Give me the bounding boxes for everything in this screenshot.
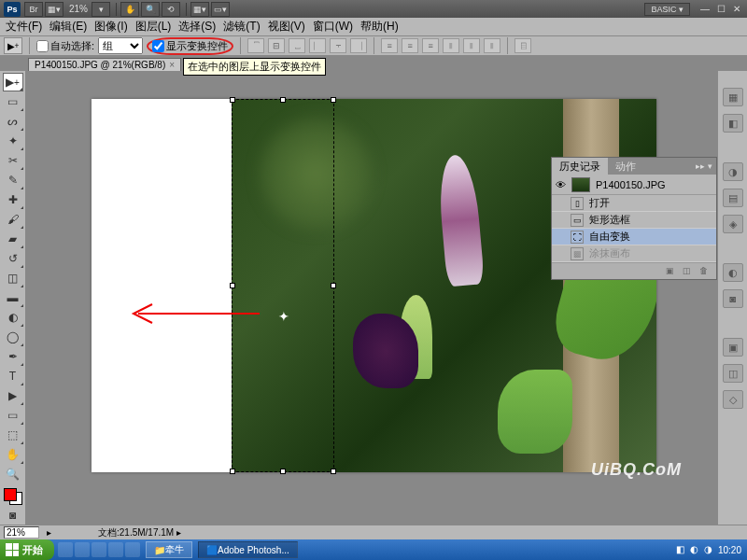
zoom-dropdown[interactable]: ▾ xyxy=(92,2,110,17)
path-selection-tool[interactable]: ▶ xyxy=(3,386,23,405)
3d-tool[interactable]: ⬚ xyxy=(3,426,23,444)
screen-mode2-button[interactable]: ▭▾ xyxy=(211,2,230,17)
tray-icon[interactable]: ◐ xyxy=(690,544,701,555)
history-item[interactable]: ⛶自由变换 xyxy=(552,229,716,245)
distribute-top-icon[interactable]: ≡ xyxy=(381,38,398,53)
maximize-icon[interactable]: ☐ xyxy=(714,4,727,15)
taskbar-item[interactable]: 🟦 Adobe Photosh... xyxy=(198,541,298,558)
hand-tool-icon[interactable]: ✋ xyxy=(120,2,139,17)
start-button[interactable]: 开始 xyxy=(0,539,54,560)
quick-launch-item[interactable] xyxy=(108,542,123,557)
document-info[interactable]: 文档:21.5M/17.1M ▸ xyxy=(98,526,181,539)
shape-tool[interactable]: ▭ xyxy=(3,406,23,425)
transform-center-icon[interactable]: ✦ xyxy=(278,309,289,324)
color-swatches[interactable] xyxy=(4,488,22,505)
pen-tool[interactable]: ✒ xyxy=(3,347,23,366)
align-top-icon[interactable]: ⎴ xyxy=(247,38,264,53)
dock-swatches-icon[interactable]: ▤ xyxy=(723,189,743,207)
dock-info-icon[interactable]: ◧ xyxy=(723,114,743,133)
tab-actions[interactable]: 动作 xyxy=(608,158,643,175)
tray-icon[interactable]: ◑ xyxy=(704,544,715,555)
auto-select-target[interactable]: 组 xyxy=(98,37,143,54)
close-icon[interactable]: ✕ xyxy=(730,4,743,15)
panel-menu-icon[interactable]: ▸▸ ▾ xyxy=(696,161,712,171)
menu-filter[interactable]: 滤镜(T) xyxy=(219,17,263,36)
history-snapshot[interactable]: 👁 P1400150.JPG xyxy=(552,175,716,195)
align-bottom-icon[interactable]: ⎵ xyxy=(289,38,305,53)
quick-launch-item[interactable] xyxy=(75,542,90,557)
show-transform-controls-checkbox[interactable]: 显示变换控件 xyxy=(147,37,233,55)
clock[interactable]: 10:20 xyxy=(718,545,741,555)
zoom-input[interactable]: 21% xyxy=(4,526,39,539)
tab-close-icon[interactable]: × xyxy=(169,60,175,70)
magic-wand-tool[interactable]: ✦ xyxy=(3,132,23,150)
document-tab[interactable]: P1400150.JPG @ 21%(RGB/8) × xyxy=(28,58,181,71)
history-item[interactable]: ▯打开 xyxy=(552,195,716,212)
align-left-icon[interactable]: ⎸ xyxy=(309,38,326,53)
canvas[interactable]: ✦ xyxy=(92,99,656,472)
zoom-tool-icon[interactable]: 🔍 xyxy=(141,2,160,17)
dock-navigator-icon[interactable]: ▦ xyxy=(723,88,743,106)
quick-launch-item[interactable] xyxy=(58,542,73,557)
distribute-left-icon[interactable]: ⦀ xyxy=(443,38,459,53)
menu-select[interactable]: 选择(S) xyxy=(175,17,219,36)
system-tray[interactable]: ◧ ◐ ◑ 10:20 xyxy=(670,544,747,555)
tray-icon[interactable]: ◧ xyxy=(676,544,687,555)
menu-view[interactable]: 视图(V) xyxy=(264,17,309,36)
history-panel[interactable]: 历史记录 动作 ▸▸ ▾ 👁 P1400150.JPG ▯打开 ▭矩形选框 ⛶自… xyxy=(551,157,717,280)
quick-mask-toggle[interactable]: ◙ xyxy=(3,506,23,525)
menu-layer[interactable]: 图层(L) xyxy=(132,17,176,36)
dock-color-icon[interactable]: ◑ xyxy=(723,162,743,181)
canvas-area[interactable]: ✦ UiBQ.CoM xyxy=(26,71,717,525)
healing-brush-tool[interactable]: ✚ xyxy=(3,190,23,209)
new-document-icon[interactable]: ◫ xyxy=(683,266,696,277)
menu-edit[interactable]: 编辑(E) xyxy=(46,17,91,36)
history-item[interactable]: ▩涂抹画布 xyxy=(552,245,716,262)
new-snapshot-icon[interactable]: ▣ xyxy=(666,266,679,277)
minimize-icon[interactable]: — xyxy=(698,4,712,15)
clone-stamp-tool[interactable]: ▰ xyxy=(3,230,23,248)
workspace-switcher[interactable]: BASIC ▾ xyxy=(644,3,690,16)
zoom-tool[interactable]: 🔍 xyxy=(3,465,23,483)
menu-window[interactable]: 窗口(W) xyxy=(309,17,357,36)
blur-tool[interactable]: ◐ xyxy=(3,308,23,327)
chevron-right-icon[interactable]: ▸ xyxy=(47,527,51,538)
auto-select-checkbox[interactable]: 自动选择: xyxy=(36,39,94,53)
tab-history[interactable]: 历史记录 xyxy=(552,158,608,175)
distribute-right-icon[interactable]: ⦀ xyxy=(484,38,500,53)
dodge-tool[interactable]: ◯ xyxy=(3,328,23,346)
foreground-color-swatch[interactable] xyxy=(4,488,17,501)
taskbar-item[interactable]: 📁 牵牛 xyxy=(146,541,192,558)
dock-adjustments-icon[interactable]: ◐ xyxy=(723,263,743,282)
lasso-tool[interactable]: ᔕ xyxy=(3,112,23,131)
hand-tool[interactable]: ✋ xyxy=(3,445,23,464)
zoom-display[interactable]: 21% xyxy=(69,4,88,14)
quick-launch-item[interactable] xyxy=(125,542,140,557)
history-brush-tool[interactable]: ↺ xyxy=(3,249,23,268)
distribute-bottom-icon[interactable]: ≡ xyxy=(422,38,439,53)
screen-mode-button[interactable]: ▦▾ xyxy=(45,2,63,17)
align-vcenter-icon[interactable]: ⊟ xyxy=(268,38,285,53)
arrange-docs-button[interactable]: ▦▾ xyxy=(190,2,209,17)
menu-image[interactable]: 图像(I) xyxy=(91,17,131,36)
transform-selection[interactable] xyxy=(232,99,334,472)
distribute-hcenter-icon[interactable]: ⦀ xyxy=(463,38,480,53)
auto-align-icon[interactable]: ⌸ xyxy=(514,38,531,53)
dock-channels-icon[interactable]: ◫ xyxy=(723,364,743,383)
move-tool[interactable]: ▶+ xyxy=(3,73,23,91)
active-tool-indicator[interactable]: ▶+ xyxy=(4,37,22,54)
marquee-tool[interactable]: ▭ xyxy=(3,92,23,111)
gradient-tool[interactable]: ▬ xyxy=(3,288,23,307)
history-item[interactable]: ▭矩形选框 xyxy=(552,212,716,229)
dock-paths-icon[interactable]: ◇ xyxy=(723,390,743,409)
brush-tool[interactable]: 🖌 xyxy=(3,210,23,229)
visibility-icon[interactable]: 👁 xyxy=(556,179,566,190)
quick-launch-item[interactable] xyxy=(92,542,106,557)
rotate-view-icon[interactable]: ⟲ xyxy=(162,2,180,17)
distribute-vcenter-icon[interactable]: ≡ xyxy=(402,38,418,53)
align-hcenter-icon[interactable]: ⫟ xyxy=(330,38,346,53)
crop-tool[interactable]: ✂ xyxy=(3,151,23,170)
eyedropper-tool[interactable]: ✎ xyxy=(3,171,23,189)
eraser-tool[interactable]: ◫ xyxy=(3,269,23,287)
align-right-icon[interactable]: ⎹ xyxy=(350,38,367,53)
